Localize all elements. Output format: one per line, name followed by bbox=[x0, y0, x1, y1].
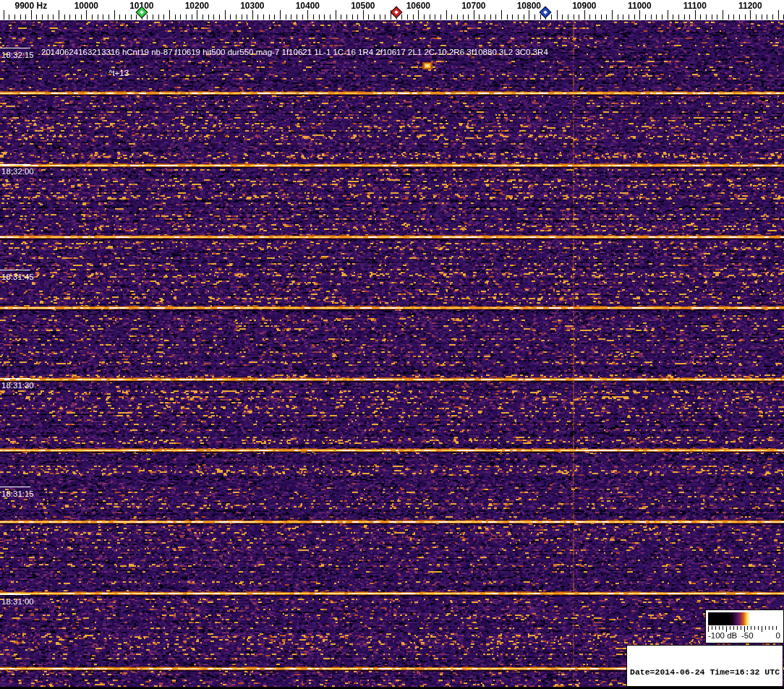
cursor-note-text: ^t+13 bbox=[108, 69, 129, 77]
observation-info-box: Date=2014-06-24 Time=16:32 UTC Freq=143 … bbox=[626, 645, 783, 687]
time-tick-line bbox=[0, 378, 30, 379]
spectrogram-waterfall bbox=[0, 20, 784, 687]
freq-tick-label: 10700 bbox=[461, 1, 485, 11]
time-tick-line bbox=[0, 594, 30, 595]
freq-tick-label: 9900 Hz bbox=[14, 1, 47, 11]
freq-tick-label: 10200 bbox=[185, 1, 209, 11]
time-tick-line bbox=[0, 487, 30, 487]
time-tick-line bbox=[0, 164, 30, 165]
time-label: 18:31:30 bbox=[1, 381, 34, 390]
freq-tick-label: 10600 bbox=[406, 1, 430, 11]
time-tick-line bbox=[0, 48, 30, 48]
frequency-ruler: 9900 Hz100001010010200103001040010500106… bbox=[0, 0, 784, 20]
event-detection-text: 20140624163213316 hCnt19 nb-87 f10619 hi… bbox=[41, 48, 548, 56]
freq-tick-label: 10000 bbox=[74, 1, 98, 11]
colorbar-label-min: -100 dB bbox=[708, 631, 737, 640]
time-label: 18:31:45 bbox=[1, 273, 34, 281]
info-date-line: Date=2014-06-24 Time=16:32 UTC bbox=[630, 667, 783, 677]
time-label: 18:32:15 bbox=[1, 51, 34, 59]
freq-tick-label: 10900 bbox=[572, 1, 596, 11]
freq-tick-label: 10300 bbox=[240, 1, 264, 11]
freq-tick-label: 10800 bbox=[517, 1, 541, 11]
time-label: 18:31:00 bbox=[1, 597, 34, 606]
time-label: 18:31:15 bbox=[1, 489, 34, 498]
freq-tick-label: 10500 bbox=[351, 1, 375, 11]
freq-tick-label: 10400 bbox=[296, 1, 320, 11]
colorbar-label-max: 0 bbox=[776, 631, 780, 640]
colorbar-label-mid: -50 bbox=[741, 631, 754, 640]
freq-tick-label: 11000 bbox=[628, 1, 652, 11]
freq-tick-label: 11200 bbox=[738, 1, 762, 11]
colorbar-gradient bbox=[708, 612, 780, 625]
time-tick-line bbox=[0, 270, 30, 270]
freq-tick-label: 11100 bbox=[683, 1, 707, 11]
intensity-colorbar: -100 dB -50 0 bbox=[705, 609, 784, 643]
time-label: 18:32:00 bbox=[1, 167, 34, 176]
